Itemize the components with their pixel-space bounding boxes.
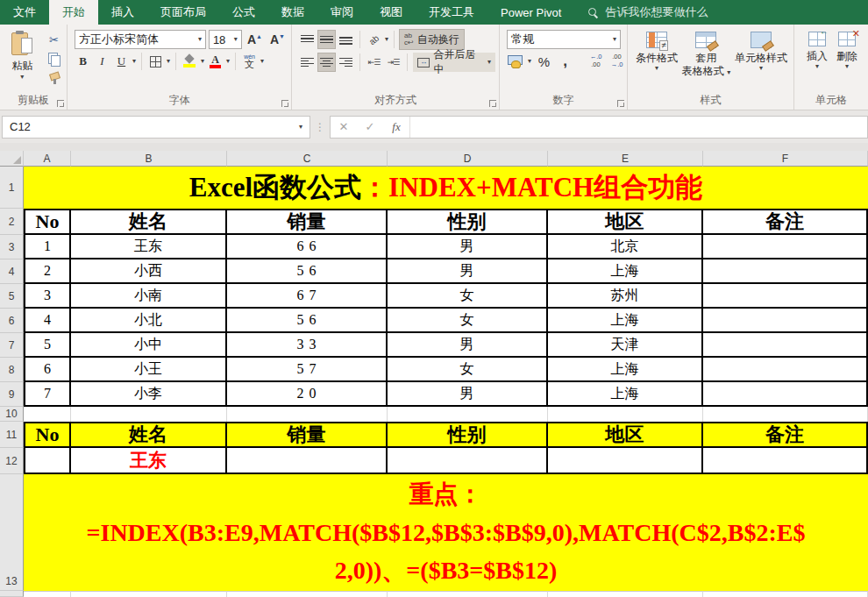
underline-button[interactable]: U	[113, 53, 130, 70]
cell-A5[interactable]: 3	[24, 284, 71, 309]
col-header-D[interactable]: D	[388, 151, 548, 167]
increase-indent-button[interactable]: ⇥☰	[385, 53, 402, 71]
tab-insert[interactable]: 插入	[98, 0, 147, 25]
col-header-C[interactable]: C	[227, 151, 388, 167]
cell-A2[interactable]: No	[24, 209, 71, 235]
cell-D8[interactable]: 女	[388, 358, 548, 382]
cell-B3[interactable]: 王东	[71, 235, 227, 259]
italic-button[interactable]: I	[94, 53, 110, 70]
cell-A8[interactable]: 6	[24, 358, 71, 382]
cell-E14[interactable]	[548, 591, 703, 597]
formula-input[interactable]	[409, 117, 867, 138]
borders-dropdown-icon[interactable]: ▾	[167, 58, 170, 65]
insert-cells-button[interactable]: 插入 ▾	[807, 28, 828, 96]
wrap-text-button[interactable]: abc↩ 自动换行	[400, 30, 464, 49]
cell-D10[interactable]	[388, 407, 548, 422]
cell-E3[interactable]: 北京	[548, 235, 703, 259]
cell-D2[interactable]: 性别	[388, 209, 548, 235]
row-header-12[interactable]: 12	[0, 448, 24, 474]
formula-bar-splitter[interactable]: ⋮	[310, 121, 330, 133]
increase-font-button[interactable]: A▲	[245, 32, 265, 46]
cell-A4[interactable]: 2	[24, 259, 71, 284]
row-header-5[interactable]: 5	[0, 284, 24, 309]
format-as-table-button[interactable]: 套用 表格格式 ▾	[682, 28, 730, 96]
decrease-indent-button[interactable]: ⇤☰	[366, 53, 382, 71]
cell-B11[interactable]: 姓名	[71, 422, 227, 448]
cell-title-A1[interactable]: Excel函数公式：INDEX+MATCH组合功能	[24, 167, 868, 209]
bold-button[interactable]: B	[75, 53, 91, 70]
cell-A11[interactable]: No	[24, 422, 71, 448]
row-header-6[interactable]: 6	[0, 309, 24, 333]
select-all-corner[interactable]	[0, 151, 24, 167]
cell-B4[interactable]: 小西	[71, 259, 227, 284]
cell-D12[interactable]	[388, 448, 548, 474]
accounting-dropdown-icon[interactable]: ▾	[528, 58, 531, 65]
merge-center-button[interactable]: ↔ 合并后居中 ▾	[413, 53, 495, 72]
cell-C14[interactable]	[227, 591, 388, 597]
comma-style-button[interactable]: ,	[557, 53, 573, 70]
row-header-13[interactable]: 13	[0, 474, 24, 591]
cell-C9[interactable]: 20	[227, 382, 388, 407]
col-header-B[interactable]: B	[71, 151, 227, 167]
decrease-font-button[interactable]: A▼	[267, 32, 288, 46]
conditional-formatting-button[interactable]: 条件格式 ▾	[636, 28, 678, 96]
cell-F9[interactable]	[703, 382, 868, 407]
cell-B2[interactable]: 姓名	[71, 209, 227, 235]
cell-E10[interactable]	[548, 407, 703, 422]
cell-F3[interactable]	[703, 235, 868, 259]
cell-E4[interactable]: 上海	[548, 259, 703, 284]
cell-E12[interactable]	[548, 448, 703, 474]
paste-button[interactable]: 粘贴 ▾	[4, 28, 41, 96]
cell-F10[interactable]	[703, 407, 868, 422]
increase-decimal-button[interactable]: ←.0.00	[587, 53, 604, 70]
cell-D14[interactable]	[388, 591, 548, 597]
cell-A9[interactable]: 7	[24, 382, 71, 407]
tell-me-search[interactable]: 告诉我你想要做什么	[588, 0, 708, 25]
cell-F8[interactable]	[703, 358, 868, 382]
row-header-9[interactable]: 9	[0, 382, 24, 407]
cell-B5[interactable]: 小南	[71, 284, 227, 309]
cell-C3[interactable]: 66	[227, 235, 388, 259]
cell-E8[interactable]: 上海	[548, 358, 703, 382]
row-header-10[interactable]: 10	[0, 407, 24, 422]
tab-developer[interactable]: 开发工具	[416, 0, 487, 25]
fill-color-dropdown-icon[interactable]: ▾	[201, 58, 204, 65]
tab-power-pivot[interactable]: Power Pivot	[487, 0, 574, 25]
tab-file[interactable]: 文件	[0, 0, 49, 25]
cell-E6[interactable]: 上海	[548, 309, 703, 333]
phonetic-dropdown-icon[interactable]: ▾	[260, 58, 264, 65]
cell-C4[interactable]: 56	[227, 259, 388, 284]
font-size-select[interactable]: 18▾	[209, 30, 242, 49]
font-color-button[interactable]: A	[207, 53, 224, 70]
cell-A3[interactable]: 1	[24, 235, 71, 259]
align-right-button[interactable]	[338, 53, 354, 71]
font-name-select[interactable]: 方正小标宋简体▾	[75, 30, 206, 49]
cell-D5[interactable]: 女	[388, 284, 548, 309]
row-header-8[interactable]: 8	[0, 358, 24, 382]
row-header-11[interactable]: 11	[0, 422, 24, 448]
row-header-2[interactable]: 2	[0, 209, 24, 235]
cell-C11[interactable]: 销量	[227, 422, 388, 448]
clipboard-dialog-launcher-icon[interactable]	[57, 100, 64, 107]
name-box[interactable]: C12 ▾	[2, 116, 310, 139]
cell-E9[interactable]: 上海	[548, 382, 703, 407]
alignment-dialog-launcher-icon[interactable]	[489, 100, 496, 107]
borders-button[interactable]	[147, 53, 164, 70]
align-top-button[interactable]	[299, 31, 316, 48]
cell-F5[interactable]	[703, 284, 868, 309]
format-painter-button[interactable]	[44, 70, 63, 86]
cell-F11[interactable]: 备注	[703, 422, 868, 448]
row-header-4[interactable]: 4	[0, 259, 24, 284]
tab-page-layout[interactable]: 页面布局	[147, 0, 219, 25]
underline-dropdown-icon[interactable]: ▾	[132, 58, 136, 65]
cancel-button[interactable]: ✕	[331, 120, 357, 133]
orientation-button[interactable]: ab	[366, 31, 382, 48]
cell-D9[interactable]: 男	[388, 382, 548, 407]
tab-data[interactable]: 数据	[268, 0, 317, 25]
cell-E11[interactable]: 地区	[548, 422, 703, 448]
cut-button[interactable]: ✂	[44, 32, 63, 47]
cell-F14[interactable]	[703, 591, 868, 597]
cell-A10[interactable]	[24, 407, 71, 422]
number-format-select[interactable]: 常规▾	[507, 30, 621, 49]
cell-C7[interactable]: 33	[227, 333, 388, 358]
